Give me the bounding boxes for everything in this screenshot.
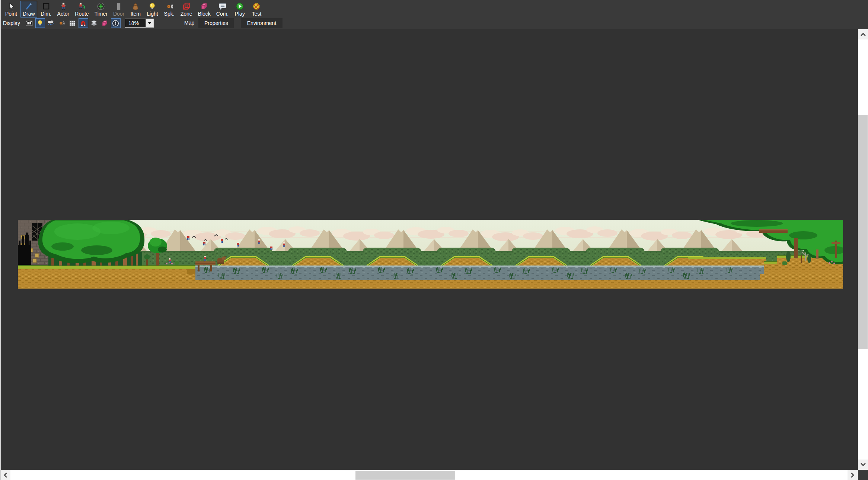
tool-light[interactable]: Light [144, 1, 160, 18]
vertical-scrollbar[interactable] [858, 29, 868, 470]
pointer-icon [6, 2, 16, 11]
toggle-eraser[interactable] [100, 18, 110, 28]
lightbulb-icon [36, 19, 44, 27]
zoom-dropdown[interactable]: 18% [125, 19, 154, 28]
tool-actor[interactable]: Actor [55, 1, 72, 18]
red-cube-icon [182, 2, 191, 11]
ball-icon [252, 2, 261, 11]
scroll-up-button[interactable] [858, 29, 868, 39]
scroll-down-button[interactable] [858, 460, 868, 470]
toggle-speaker[interactable] [57, 18, 67, 28]
tool-zone[interactable]: Zone [178, 1, 195, 18]
alert-icon [112, 19, 119, 27]
zoom-dropdown-arrow[interactable] [146, 19, 153, 27]
level-editor-window: Point Draw Dim. [0, 0, 868, 480]
scroll-right-button[interactable] [848, 470, 858, 480]
speaker-icon [165, 2, 174, 11]
tool-block[interactable]: Block [196, 1, 213, 18]
tool-route[interactable]: Route [73, 1, 91, 18]
map-label: Map [184, 20, 194, 26]
tool-spk[interactable]: Spk. [162, 1, 177, 18]
toggle-weather[interactable] [46, 18, 56, 28]
window-left-edge [0, 0, 1, 480]
eraser-icon [101, 19, 109, 27]
scroll-left-button[interactable] [0, 470, 10, 480]
toggle-lightbulb[interactable] [35, 18, 45, 28]
tool-item[interactable]: Item [128, 1, 143, 18]
toggle-alert[interactable] [111, 18, 121, 28]
pouch-icon [131, 2, 140, 11]
chevron-down-icon [148, 22, 151, 24]
level-preview-image[interactable] [18, 220, 843, 289]
weather-icon [47, 19, 55, 27]
map-properties-button[interactable]: Properties [198, 18, 234, 28]
chevron-left-icon [3, 473, 7, 478]
tool-play[interactable]: Play [232, 1, 248, 18]
magnet-icon [79, 19, 87, 27]
chevron-right-icon [851, 473, 855, 478]
person-arrow-icon [77, 2, 87, 11]
layers-icon [90, 19, 98, 27]
door-icon [114, 2, 124, 11]
person-icon [58, 2, 68, 11]
filmstrip-icon [25, 19, 33, 27]
toggle-grid[interactable] [68, 18, 77, 28]
vertical-scroll-thumb[interactable] [858, 115, 868, 349]
scrollbar-corner [858, 470, 868, 480]
tool-dim[interactable]: Dim. [38, 1, 54, 18]
tool-row: Point Draw Dim. [0, 0, 868, 17]
speech-bubble-icon [218, 2, 227, 11]
tool-door[interactable]: Door [111, 1, 127, 18]
toggle-filmstrip[interactable] [25, 18, 34, 28]
tool-timer[interactable]: Timer [92, 1, 110, 18]
grid-icon [68, 19, 76, 27]
tool-test[interactable]: Test [249, 1, 264, 18]
display-row: Display [0, 17, 868, 29]
lightbulb-icon [147, 2, 157, 11]
toggle-layers[interactable] [89, 18, 99, 28]
horizontal-scrollbar[interactable] [0, 470, 858, 480]
pencil-icon [24, 2, 33, 11]
play-icon [235, 2, 245, 11]
tool-com[interactable]: Com. [214, 1, 231, 18]
speaker-icon [58, 19, 66, 27]
toolbar: Point Draw Dim. [0, 0, 868, 29]
zoom-value: 18% [125, 19, 146, 27]
editor-canvas[interactable] [0, 29, 858, 470]
toggle-magnet[interactable] [79, 18, 88, 28]
map-environment-button[interactable]: Environment [241, 18, 283, 28]
tool-draw[interactable]: Draw [20, 1, 37, 18]
chevron-up-icon [861, 32, 866, 36]
rectangle-icon [41, 2, 51, 11]
chevron-down-icon [861, 463, 866, 467]
pink-block-icon [200, 2, 209, 11]
tool-point[interactable]: Point [3, 1, 19, 18]
plus-circle-icon [96, 2, 106, 11]
horizontal-scroll-thumb[interactable] [355, 471, 455, 480]
display-label: Display [3, 20, 20, 26]
